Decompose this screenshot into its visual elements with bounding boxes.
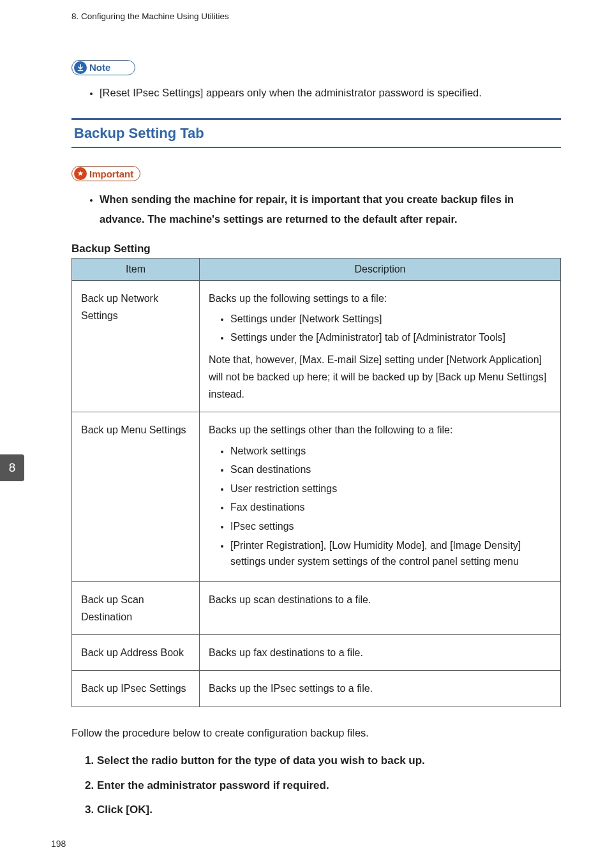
item-cell: Back up Scan Destination <box>72 581 200 634</box>
item-cell: Back up Network Settings <box>72 280 200 412</box>
table-row: Back up Scan Destination Backs up scan d… <box>72 581 561 634</box>
chapter-side-tab: 8 <box>0 454 24 481</box>
table-caption: Backup Setting <box>71 243 561 255</box>
description-bullets: Settings under [Network Settings] Settin… <box>209 311 553 346</box>
description-cell: Backs up the following settings to a fil… <box>200 280 561 412</box>
description-cell: Backs up the settings other than the fol… <box>200 412 561 581</box>
table-row: Back up IPsec Settings Backs up the IPse… <box>72 671 561 707</box>
col-header-description: Description <box>200 258 561 280</box>
page-content: 8. Configuring the Machine Using Utiliti… <box>0 0 612 851</box>
running-header: 8. Configuring the Machine Using Utiliti… <box>71 11 561 21</box>
procedure-steps: Select the radio button for the type of … <box>71 751 561 820</box>
description-lead: Backs up the settings other than the fol… <box>209 421 553 438</box>
list-item: Settings under the [Administrator] tab o… <box>230 329 553 346</box>
table-header-row: Item Description <box>72 258 561 280</box>
note-label: Note <box>89 62 110 73</box>
star-circle-icon <box>74 167 87 180</box>
important-pill: Important <box>71 166 140 181</box>
backup-settings-table: Item Description Back up Network Setting… <box>71 258 561 707</box>
table-row: Back up Menu Settings Backs up the setti… <box>72 412 561 581</box>
list-item: [Printer Registration], [Low Humidity Mo… <box>230 537 553 570</box>
important-callout: Important <box>71 166 140 182</box>
item-cell: Back up IPsec Settings <box>72 671 200 707</box>
description-cell: Backs up scan destinations to a file. <box>200 581 561 634</box>
description-note: Note that, however, [Max. E-mail Size] s… <box>209 351 553 403</box>
table-row: Back up Network Settings Backs up the fo… <box>72 280 561 412</box>
section-heading: Backup Setting Tab <box>71 121 561 146</box>
page-number: 198 <box>51 839 66 849</box>
col-header-item: Item <box>72 258 200 280</box>
note-pill: Note <box>71 60 135 75</box>
description-cell: Backs up fax destinations to a file. <box>200 635 561 671</box>
note-callout: Note <box>71 59 135 75</box>
list-item: Scan destinations <box>230 461 553 478</box>
table-row: Back up Address Book Backs up fax destin… <box>72 635 561 671</box>
important-item: When sending the machine for repair, it … <box>100 190 561 230</box>
description-cell: Backs up the IPsec settings to a file. <box>200 671 561 707</box>
item-cell: Back up Address Book <box>72 635 200 671</box>
after-table-text: Follow the procedure below to create con… <box>71 724 561 743</box>
item-cell: Back up Menu Settings <box>72 412 200 581</box>
step-item: Select the radio button for the type of … <box>97 751 561 771</box>
chapter-side-tab-number: 8 <box>9 461 16 475</box>
section-heading-wrap: Backup Setting Tab <box>71 118 561 148</box>
list-item: Fax destinations <box>230 499 553 516</box>
description-lead: Backs up the following settings to a fil… <box>209 290 553 307</box>
step-item: Click [OK]. <box>97 800 561 820</box>
note-item: [Reset IPsec Settings] appears only when… <box>100 83 561 103</box>
list-item: Network settings <box>230 443 553 460</box>
important-items: When sending the machine for repair, it … <box>71 190 561 230</box>
description-bullets: Network settings Scan destinations User … <box>209 443 553 570</box>
important-label: Important <box>89 168 133 179</box>
list-item: User restriction settings <box>230 481 553 497</box>
section-rule <box>71 118 561 120</box>
note-items: [Reset IPsec Settings] appears only when… <box>71 83 561 103</box>
list-item: IPsec settings <box>230 518 553 535</box>
list-item: Settings under [Network Settings] <box>230 311 553 327</box>
step-item: Enter the administrator password if requ… <box>97 776 561 796</box>
section-rule <box>71 147 561 148</box>
arrow-down-circle-icon <box>74 61 87 74</box>
